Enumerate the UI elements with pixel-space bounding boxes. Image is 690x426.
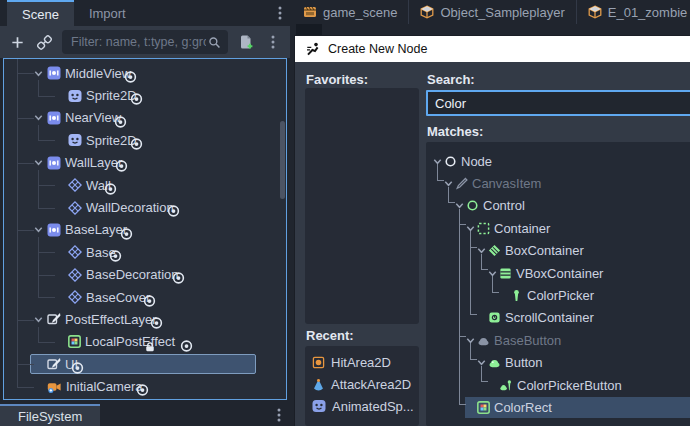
control-icon bbox=[466, 199, 479, 212]
canvasitem-icon bbox=[455, 177, 468, 190]
chevron-down-icon[interactable] bbox=[432, 156, 444, 167]
dialog-title-bar[interactable]: Create New Node bbox=[295, 36, 690, 62]
tree-item-scrollcontainer[interactable]: ScrollContainer bbox=[426, 307, 690, 329]
scrollbar-thumb[interactable] bbox=[280, 121, 285, 199]
recent-item-attackarea2d[interactable]: AttackArea2D bbox=[305, 373, 419, 395]
tree-item-label: InitialCamera bbox=[66, 379, 143, 394]
tree-item-baselayer[interactable]: BaseLayer bbox=[4, 219, 286, 241]
eye-icon[interactable] bbox=[166, 204, 181, 219]
tree-item-colorpicker[interactable]: ColorPicker bbox=[426, 284, 690, 306]
tree-item-posteffectlayer[interactable]: PostEffectLayer bbox=[4, 308, 286, 330]
tree-item-label: ColorRect bbox=[494, 400, 552, 415]
kebab-menu-icon[interactable] bbox=[273, 5, 287, 21]
tree-item-middleview[interactable]: MiddleView bbox=[4, 62, 286, 84]
tree-guide-line bbox=[459, 209, 460, 404]
tilemaplayer-icon bbox=[68, 201, 82, 215]
chevron-down-icon[interactable] bbox=[465, 223, 477, 234]
chevron-down-icon[interactable] bbox=[443, 178, 455, 189]
tree-item-label: ColorPicker bbox=[527, 288, 594, 303]
tree-item-walllayer[interactable]: WallLayer bbox=[4, 152, 286, 174]
recent-item-animatedsp-[interactable]: AnimatedSp... bbox=[305, 395, 419, 417]
tab-object-sampleplayer[interactable]: Object_Sampleplayer bbox=[409, 0, 576, 24]
eye-icon[interactable] bbox=[70, 360, 85, 375]
eye-icon[interactable] bbox=[103, 181, 118, 196]
eye-icon[interactable] bbox=[142, 293, 157, 308]
tilemaplayer-icon bbox=[68, 268, 82, 282]
kebab-menu-icon bbox=[266, 34, 280, 50]
eye-icon[interactable] bbox=[113, 114, 128, 129]
colorrect-icon bbox=[477, 401, 490, 414]
node-icon bbox=[444, 155, 457, 168]
tree-item-initialcamera[interactable]: InitialCamera bbox=[4, 375, 286, 397]
tree-guide-line bbox=[17, 320, 34, 321]
scene3d-icon bbox=[420, 5, 434, 19]
tree-item-vboxcontainer[interactable]: VBoxContainer bbox=[426, 262, 690, 284]
eye-icon[interactable] bbox=[129, 137, 144, 152]
eye-icon[interactable] bbox=[123, 69, 138, 84]
tree-guide-line bbox=[38, 80, 39, 95]
tree-item-label: PostEffectLayer bbox=[65, 312, 157, 327]
eye-icon[interactable] bbox=[171, 271, 186, 286]
chevron-down-icon[interactable] bbox=[476, 245, 488, 256]
tree-item-control[interactable]: Control bbox=[426, 195, 690, 217]
filesystem-tab-label: FileSystem bbox=[18, 409, 82, 424]
tree-guide-line bbox=[17, 73, 34, 74]
tree-item-label: Control bbox=[483, 198, 525, 213]
eye-icon[interactable] bbox=[149, 316, 164, 331]
eye-icon[interactable] bbox=[129, 92, 144, 107]
tab-scene[interactable]: Scene bbox=[7, 0, 74, 26]
tree-options-button[interactable] bbox=[261, 30, 285, 54]
tree-item-ui[interactable]: UI bbox=[4, 353, 286, 375]
tree-item-canvasitem[interactable]: CanvasItem bbox=[426, 172, 690, 194]
tree-item-button[interactable]: Button bbox=[426, 352, 690, 374]
chevron-down-icon[interactable] bbox=[487, 268, 499, 279]
node-search-input[interactable] bbox=[426, 90, 690, 116]
tree-item-container[interactable]: Container bbox=[426, 217, 690, 239]
tree-guide-line bbox=[38, 208, 55, 209]
button-icon bbox=[488, 356, 501, 369]
colorrect-icon bbox=[68, 335, 81, 348]
attach-script-button[interactable] bbox=[234, 30, 258, 54]
chevron-down-icon[interactable] bbox=[33, 68, 47, 79]
tree-guide-line bbox=[38, 96, 55, 97]
chevron-down-icon[interactable] bbox=[465, 335, 477, 346]
eye-icon[interactable] bbox=[135, 383, 150, 398]
filter-input[interactable] bbox=[69, 34, 208, 50]
eye-icon[interactable] bbox=[114, 159, 129, 174]
tree-guide-line bbox=[470, 231, 471, 314]
tab-filesystem[interactable]: FileSystem bbox=[0, 404, 100, 426]
tab-game-scene[interactable]: game_scene bbox=[292, 0, 409, 24]
scene-toolbar bbox=[0, 26, 290, 58]
tree-item-boxcontainer[interactable]: BoxContainer bbox=[426, 240, 690, 262]
eye-icon[interactable] bbox=[179, 338, 194, 353]
eye-icon[interactable] bbox=[119, 226, 134, 241]
recent-item-hitarea2d[interactable]: HitArea2D bbox=[305, 351, 419, 373]
tab-e-01-zombie[interactable]: E_01_zombie bbox=[577, 0, 690, 24]
tree-guide-line bbox=[38, 275, 55, 276]
chevron-down-icon[interactable] bbox=[33, 112, 47, 123]
tree-item-basebutton[interactable]: BaseButton bbox=[426, 329, 690, 351]
chevron-down-icon[interactable] bbox=[476, 357, 488, 368]
tab-import[interactable]: Import bbox=[74, 0, 141, 26]
godot-app-icon bbox=[306, 42, 320, 56]
tree-item-nearview[interactable]: NearView bbox=[4, 107, 286, 129]
tree-item-label: BaseButton bbox=[494, 333, 561, 348]
chevron-down-icon[interactable] bbox=[454, 200, 466, 211]
eye-icon[interactable] bbox=[108, 249, 123, 264]
chevron-down-icon[interactable] bbox=[33, 224, 47, 235]
matches-label: Matches: bbox=[427, 124, 483, 139]
chevron-down-icon[interactable] bbox=[33, 314, 47, 325]
favorites-panel[interactable] bbox=[305, 88, 419, 324]
chevron-down-icon[interactable] bbox=[33, 157, 47, 168]
tree-item-colorrect[interactable]: ColorRect bbox=[426, 396, 690, 418]
tree-guide-line bbox=[470, 314, 477, 315]
parallax2d-icon bbox=[47, 156, 61, 170]
recent-item-label: AnimatedSp... bbox=[332, 399, 414, 414]
recent-panel: HitArea2DAttackArea2DAnimatedSp... bbox=[305, 346, 419, 426]
tree-item-colorpickerbutton[interactable]: ColorPickerButton bbox=[426, 374, 690, 396]
add-node-button[interactable] bbox=[5, 30, 29, 54]
tree-item-node[interactable]: Node bbox=[426, 150, 690, 172]
tree-item-label: BaseLayer bbox=[65, 222, 127, 237]
kebab-menu-icon[interactable] bbox=[272, 407, 286, 423]
instantiate-scene-button[interactable] bbox=[32, 30, 56, 54]
